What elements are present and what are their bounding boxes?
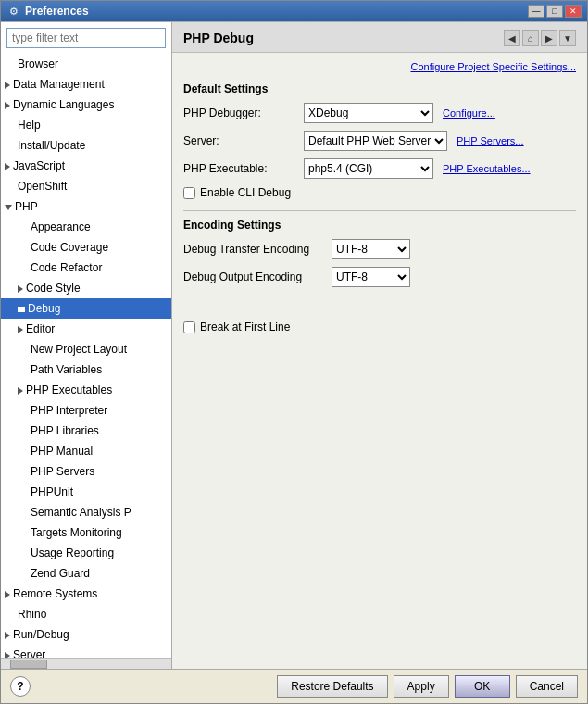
tree-item-new-project-layout[interactable]: New Project Layout [1,339,171,359]
break-first-line-label[interactable]: Break at First Line [200,321,290,333]
php-executable-label: PHP Executable: [183,162,304,175]
php-executable-row: PHP Executable: php5.4 (CGI) PHP Executa… [183,158,576,179]
debug-transfer-select[interactable]: UTF-8 ISO-8859-1 [332,239,410,259]
enable-cli-row: Enable CLI Debug [183,186,576,199]
tree-item-javascript[interactable]: JavaScript [1,156,171,176]
php-debugger-select[interactable]: XDebug Zend Debugger [304,103,433,123]
maximize-button[interactable]: □ [546,5,563,18]
tree-item-install-update[interactable]: Install/Update [1,135,171,156]
tree-item-browser[interactable]: Browser [1,54,171,74]
tree-item-data-management[interactable]: Data Management [1,74,171,94]
debug-output-select[interactable]: UTF-8 ISO-8859-1 [332,267,410,287]
debug-transfer-label: Debug Transfer Encoding [183,243,332,256]
tree-container: Browser Data Management Dynamic Language… [1,54,171,658]
tree-item-php-libraries[interactable]: PHP Libraries [1,421,171,441]
debug-output-label: Debug Output Encoding [183,270,332,283]
tree-item-phpunit[interactable]: PHPUnit [1,482,171,502]
page-title: PHP Debug [183,31,254,45]
tree-item-openshift[interactable]: OpenShift [1,176,171,196]
tree-item-code-style[interactable]: Code Style [1,278,171,298]
hscroll-thumb[interactable] [10,660,47,669]
tree-item-remote-systems[interactable]: Remote Systems [1,584,171,604]
enable-cli-label[interactable]: Enable CLI Debug [200,186,291,199]
tree-item-appearance[interactable]: Appearance [1,217,171,237]
restore-defaults-button[interactable]: Restore Defaults [277,675,387,698]
php-servers-link[interactable]: PHP Servers... [457,135,524,146]
break-first-line-checkbox[interactable] [183,321,195,333]
tree-item-targets-monitoring[interactable]: Targets Monitoring [1,522,171,543]
header-icons: ◀ ⌂ ▶ ▼ [504,30,576,46]
configure-link[interactable]: Configure... [443,107,495,119]
server-row: Server: Default PHP Web Server PHP Serve… [183,131,576,151]
tree-item-php-servers[interactable]: PHP Servers [1,461,171,482]
tree-item-debug[interactable]: Debug [1,298,171,319]
window-controls: — □ ✕ [528,5,582,18]
tree-item-help[interactable]: Help [1,115,171,135]
ok-button[interactable]: OK [455,675,510,698]
app-icon: ⚙ [6,4,21,19]
configure-project-link[interactable]: Configure Project Specific Settings... [410,61,576,72]
tree-item-run-debug[interactable]: Run/Debug [1,624,171,645]
section-divider [183,210,576,211]
right-panel: PHP Debug ◀ ⌂ ▶ ▼ Configure Project Spec… [172,22,587,669]
window-title: Preferences [25,5,528,18]
home-icon[interactable]: ⌂ [522,30,539,46]
tree-item-php[interactable]: PHP [1,196,171,217]
tree-item-code-refactor[interactable]: Code Refactor [1,258,171,278]
tree-item-semantic-analysis[interactable]: Semantic Analysis P [1,502,171,522]
dropdown-icon[interactable]: ▼ [559,30,576,46]
configure-project-link-container: Configure Project Specific Settings... [183,60,576,73]
help-icon[interactable]: ? [10,676,31,697]
bottom-bar: ? Restore Defaults Apply OK Cancel [1,669,587,703]
apply-button[interactable]: Apply [394,675,449,698]
encoding-settings-label: Encoding Settings [183,219,576,232]
server-label: Server: [183,134,304,147]
php-executables-link[interactable]: PHP Executables... [443,163,531,174]
enable-cli-checkbox[interactable] [183,187,195,199]
back-icon[interactable]: ◀ [504,30,520,46]
title-bar: ⚙ Preferences — □ ✕ [1,1,587,21]
close-button[interactable]: ✕ [565,5,582,18]
tree-item-server[interactable]: Server [1,645,171,658]
default-settings-label: Default Settings [183,82,576,95]
tree-item-php-manual[interactable]: PHP Manual [1,441,171,461]
debug-transfer-row: Debug Transfer Encoding UTF-8 ISO-8859-1 [183,239,576,259]
filter-input[interactable] [6,28,166,48]
tree-item-rhino[interactable]: Rhino [1,604,171,624]
server-select[interactable]: Default PHP Web Server [304,131,447,151]
preferences-dialog: ⚙ Preferences — □ ✕ Browser Data Managem… [0,0,588,704]
php-debugger-row: PHP Debugger: XDebug Zend Debugger Confi… [183,103,576,123]
left-panel: Browser Data Management Dynamic Language… [1,22,172,669]
tree-item-usage-reporting[interactable]: Usage Reporting [1,543,171,563]
cancel-button[interactable]: Cancel [516,675,578,698]
tree-item-dynamic-languages[interactable]: Dynamic Languages [1,94,171,115]
horizontal-scrollbar[interactable] [1,658,171,669]
php-executable-select[interactable]: php5.4 (CGI) [304,158,433,179]
right-panel-content: Configure Project Specific Settings... D… [172,53,587,669]
debug-output-row: Debug Output Encoding UTF-8 ISO-8859-1 [183,267,576,287]
bottom-left: ? [10,676,31,697]
php-debugger-label: PHP Debugger: [183,107,304,119]
tree-item-path-variables[interactable]: Path Variables [1,359,171,380]
tree-item-editor[interactable]: Editor [1,319,171,339]
right-panel-header: PHP Debug ◀ ⌂ ▶ ▼ [172,22,587,53]
tree-item-zend-guard[interactable]: Zend Guard [1,563,171,584]
bottom-right: Restore Defaults Apply OK Cancel [277,675,578,698]
tree-item-code-coverage[interactable]: Code Coverage [1,237,171,258]
dialog-content: Browser Data Management Dynamic Language… [1,21,587,669]
forward-icon[interactable]: ▶ [541,30,557,46]
minimize-button[interactable]: — [528,5,544,18]
break-first-line-row: Break at First Line [183,321,576,333]
tree-item-php-executables[interactable]: PHP Executables [1,380,171,400]
tree-item-php-interpreter[interactable]: PHP Interpreter [1,400,171,421]
